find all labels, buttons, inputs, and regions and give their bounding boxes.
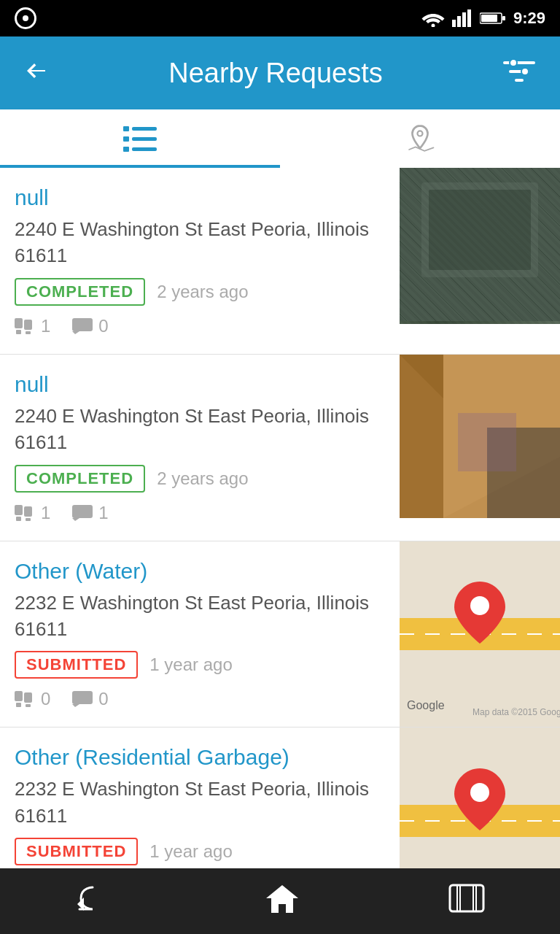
request-badges-2: COMPLETED 2 years ago: [15, 465, 385, 493]
tab-bar: [0, 109, 560, 168]
svg-point-12: [521, 68, 529, 75]
request-stats-2: 1 1: [15, 503, 385, 523]
svg-rect-35: [72, 505, 93, 518]
support-icon: [15, 318, 35, 334]
time-badge-4: 1 year ago: [149, 841, 232, 862]
svg-rect-3: [462, 12, 466, 27]
status-badge-2: COMPLETED: [15, 465, 145, 493]
request-image-1: [400, 168, 560, 324]
list-item[interactable]: null 2240 E Washington St East Peoria, I…: [0, 355, 560, 541]
home-nav-button[interactable]: [242, 875, 322, 927]
svg-rect-25: [400, 168, 560, 321]
battery-icon: [480, 11, 506, 26]
svg-rect-8: [503, 61, 535, 64]
request-title-4: Other (Residential Garbage): [15, 745, 385, 770]
svg-rect-15: [132, 147, 157, 151]
request-address-2: 2240 E Washington St East Peoria, Illino…: [15, 403, 385, 456]
support-count-2: 1: [41, 503, 50, 523]
request-stats-1: 1 0: [15, 316, 385, 336]
back-button[interactable]: [18, 48, 55, 98]
svg-rect-62: [457, 885, 460, 911]
time-badge-1: 2 years ago: [157, 282, 248, 302]
request-address-3: 2232 E Washington St East Peoria, Illino…: [15, 590, 385, 643]
time-badge-2: 2 years ago: [157, 468, 248, 489]
recent-nav-button[interactable]: [425, 875, 508, 927]
svg-rect-4: [467, 9, 471, 27]
comment-icon-2: [72, 505, 93, 521]
comment-count-3: 0: [98, 689, 108, 709]
request-badges-4: SUBMITTED 1 year ago: [15, 838, 385, 865]
status-bar-right: 9:29: [421, 9, 545, 28]
status-bar-left: [15, 7, 36, 29]
texture-graphic-1: [400, 168, 560, 321]
request-title-2: null: [15, 372, 385, 397]
page-title: Nearby Requests: [168, 58, 383, 89]
svg-rect-33: [16, 517, 21, 521]
request-stats-3: 0 0: [15, 689, 385, 709]
support-icon-2: [15, 505, 35, 521]
svg-rect-1: [452, 20, 456, 27]
time-display: 9:29: [513, 9, 545, 28]
map-icon: [402, 123, 438, 155]
svg-rect-7: [502, 16, 505, 20]
location-icon: [15, 7, 36, 29]
svg-rect-18: [123, 147, 129, 152]
status-badge-1: COMPLETED: [15, 278, 145, 306]
svg-rect-10: [515, 79, 524, 82]
svg-rect-23: [26, 331, 31, 334]
request-title-1: null: [15, 185, 385, 210]
svg-rect-31: [15, 505, 23, 515]
svg-rect-13: [132, 127, 157, 131]
svg-rect-45: [72, 691, 93, 704]
request-address-1: 2240 E Washington St East Peoria, Illino…: [15, 216, 385, 269]
svg-rect-26: [400, 168, 560, 321]
svg-rect-22: [16, 330, 21, 334]
svg-point-19: [417, 131, 422, 136]
texture-graphic-2: [400, 355, 560, 518]
svg-rect-16: [123, 126, 129, 131]
svg-rect-43: [16, 703, 21, 707]
svg-rect-6: [481, 15, 497, 22]
support-stat-1: 1: [15, 316, 50, 336]
wifi-icon: [421, 9, 445, 27]
support-count-3: 0: [41, 689, 50, 709]
list-icon: [122, 124, 158, 153]
list-item[interactable]: null 2240 E Washington St East Peoria, I…: [0, 168, 560, 355]
svg-rect-34: [26, 518, 31, 521]
list-item[interactable]: Other (Water) 2232 E Washington St East …: [0, 541, 560, 728]
svg-text:Map data ©2015 Google: Map data ©2015 Google: [472, 707, 560, 717]
svg-rect-44: [26, 704, 31, 707]
signal-icon: [452, 9, 472, 27]
svg-rect-30: [429, 190, 531, 270]
comment-count-2: 1: [98, 503, 108, 523]
support-icon-3: [15, 691, 35, 707]
support-stat-2: 1: [15, 503, 50, 523]
request-info-2: null 2240 E Washington St East Peoria, I…: [0, 355, 400, 541]
request-list: null 2240 E Washington St East Peoria, I…: [0, 168, 560, 914]
request-image-2: [400, 355, 560, 521]
svg-point-11: [510, 59, 517, 66]
svg-rect-17: [123, 136, 129, 142]
nav-bar: Nearby Requests: [0, 36, 560, 109]
bottom-nav: [0, 868, 560, 934]
filter-button[interactable]: [496, 51, 542, 95]
tab-list[interactable]: [0, 109, 280, 168]
request-badges-1: COMPLETED 2 years ago: [15, 278, 385, 306]
request-badges-3: SUBMITTED 1 year ago: [15, 651, 385, 679]
request-address-4: 2232 E Washington St East Peoria, Illino…: [15, 776, 385, 829]
status-badge-3: SUBMITTED: [15, 651, 138, 679]
back-nav-button[interactable]: [52, 876, 139, 926]
request-info-1: null 2240 E Washington St East Peoria, I…: [0, 168, 400, 354]
svg-point-49: [470, 596, 489, 615]
request-title-3: Other (Water): [15, 559, 385, 584]
svg-point-0: [431, 24, 435, 28]
svg-rect-40: [458, 413, 516, 471]
tab-map[interactable]: [280, 109, 560, 168]
svg-rect-61: [450, 885, 483, 911]
svg-rect-63: [473, 885, 476, 911]
request-info-3: Other (Water) 2232 E Washington St East …: [0, 541, 400, 727]
svg-rect-42: [24, 692, 32, 703]
svg-rect-2: [457, 16, 461, 27]
svg-rect-41: [15, 691, 23, 701]
svg-rect-24: [72, 318, 93, 331]
